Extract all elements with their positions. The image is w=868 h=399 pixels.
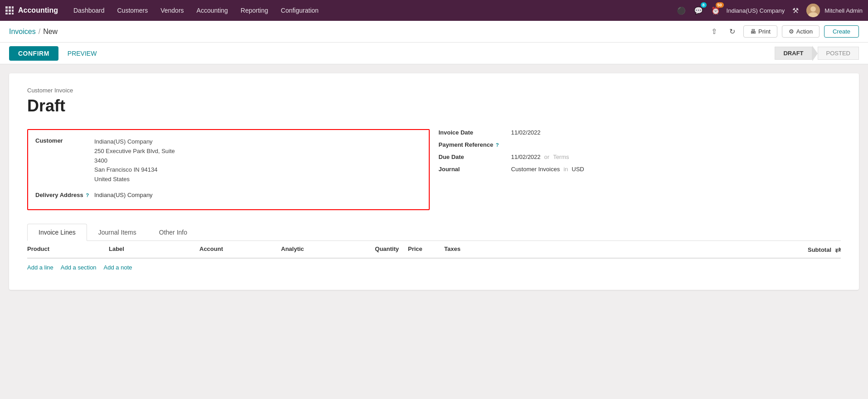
col-header-product: Product (27, 245, 109, 254)
due-date-row: Due Date 11/02/2022 or Terms (439, 154, 841, 160)
customer-address1: 250 Executive Park Blvd, Suite (94, 147, 175, 156)
svg-rect-1 (9, 6, 11, 9)
customer-label: Customer (35, 137, 94, 184)
status-pipeline: DRAFT POSTED (775, 46, 859, 61)
breadcrumb-parent[interactable]: Invoices (9, 28, 36, 36)
due-date-value[interactable]: 11/02/2022 (511, 154, 541, 160)
invoice-date-row: Invoice Date 11/02/2022 (439, 129, 841, 136)
clock-icon[interactable]: ⏰ 50 (709, 4, 722, 17)
customer-box: Customer Indiana(US) Company 250 Executi… (27, 129, 430, 210)
invoice-date-value[interactable]: 11/02/2022 (511, 129, 541, 136)
tabs: Invoice Lines Journal Items Other Info (27, 224, 841, 241)
settings-icon[interactable]: ⚒ (789, 4, 802, 17)
add-actions: Add a line Add a section Add a note (27, 259, 841, 276)
gear-icon: ⚙ (789, 28, 794, 35)
svg-rect-2 (12, 6, 14, 9)
refresh-icon[interactable]: ↻ (725, 25, 739, 38)
invoice-type-label: Customer Invoice (27, 87, 841, 94)
svg-rect-0 (5, 6, 8, 9)
main-content: Customer Invoice Draft Customer Indiana(… (0, 64, 868, 399)
svg-rect-3 (5, 10, 8, 12)
app-name: Accounting (18, 6, 58, 14)
payment-ref-help-icon[interactable]: ? (496, 142, 499, 148)
col-header-analytic: Analytic (281, 245, 354, 254)
invoice-date-label: Invoice Date (439, 129, 511, 136)
tab-journal-items[interactable]: Journal Items (87, 224, 148, 241)
col-header-account: Account (199, 245, 281, 254)
confirm-button[interactable]: CONFIRM (9, 46, 58, 61)
journal-currency[interactable]: USD (572, 166, 584, 173)
support-icon[interactable]: ⚫ (675, 4, 688, 17)
due-date-label: Due Date (439, 154, 511, 160)
journal-label: Journal (439, 166, 511, 173)
svg-rect-4 (9, 10, 11, 12)
col-header-price: Price (408, 245, 444, 254)
add-note-link[interactable]: Add a note (104, 264, 132, 271)
svg-rect-5 (12, 10, 14, 12)
action-button[interactable]: ⚙ Action (782, 25, 820, 38)
adjust-icon[interactable]: ⇄ (835, 245, 841, 254)
customer-address2: 3400 (94, 156, 175, 166)
grid-icon[interactable] (5, 6, 14, 14)
add-section-link[interactable]: Add a section (61, 264, 97, 271)
breadcrumb: Invoices / New (9, 28, 58, 36)
upload-icon[interactable]: ⇧ (707, 25, 721, 38)
or-text: or (544, 154, 550, 160)
customer-field-row: Customer Indiana(US) Company 250 Executi… (35, 137, 422, 184)
nav-dashboard[interactable]: Dashboard (67, 0, 111, 21)
customer-section: Customer Indiana(US) Company 250 Executi… (27, 129, 430, 210)
user-name: Mitchell Admin (824, 7, 863, 14)
breadcrumb-current: New (43, 28, 58, 36)
nav-customers[interactable]: Customers (111, 0, 155, 21)
breadcrumb-actions: ⇧ ↻ 🖶 Print ⚙ Action Create (707, 25, 859, 38)
col-header-label: Label (109, 245, 199, 254)
right-section: Invoice Date 11/02/2022 Payment Referenc… (439, 129, 841, 210)
printer-icon: 🖶 (750, 28, 756, 35)
invoice-status: Draft (27, 96, 841, 115)
journal-value[interactable]: Customer Invoices (511, 166, 560, 173)
top-navigation: Accounting Dashboard Customers Vendors A… (0, 0, 868, 21)
add-line-link[interactable]: Add a line (27, 264, 53, 271)
col-header-quantity: Quantity (354, 245, 408, 254)
nav-configuration[interactable]: Configuration (275, 0, 325, 21)
col-header-taxes: Taxes (444, 245, 490, 254)
pipeline-draft[interactable]: DRAFT (775, 47, 812, 60)
in-text: in (563, 166, 568, 173)
svg-rect-8 (12, 13, 14, 14)
delivery-address-value[interactable]: Indiana(US) Company (94, 192, 153, 198)
nav-reporting[interactable]: Reporting (234, 0, 275, 21)
tab-invoice-lines[interactable]: Invoice Lines (27, 224, 87, 241)
nav-items: Dashboard Customers Vendors Accounting R… (67, 0, 675, 21)
nav-right: ⚫ 💬 8 ⏰ 50 Indiana(US) Company ⚒ Mitchel… (675, 4, 863, 17)
invoice-card: Customer Invoice Draft Customer Indiana(… (9, 73, 859, 290)
breadcrumb-separator: / (39, 28, 40, 36)
terms-placeholder[interactable]: Terms (553, 154, 569, 160)
col-header-subtotal: Subtotal ⇄ (490, 245, 841, 254)
print-button[interactable]: 🖶 Print (743, 25, 777, 38)
nav-vendors[interactable]: Vendors (154, 0, 190, 21)
pipeline-posted[interactable]: POSTED (818, 47, 859, 60)
status-bar-left: CONFIRM PREVIEW (9, 46, 101, 61)
customer-address4: United States (94, 175, 175, 184)
delivery-help-icon[interactable]: ? (86, 192, 89, 198)
customer-value[interactable]: Indiana(US) Company 250 Executive Park B… (94, 137, 175, 184)
svg-point-10 (810, 6, 816, 12)
breadcrumb-bar: Invoices / New ⇧ ↻ 🖶 Print ⚙ Action Crea… (0, 21, 868, 43)
avatar[interactable] (806, 4, 820, 17)
form-grid: Customer Indiana(US) Company 250 Executi… (27, 129, 841, 210)
status-bar: CONFIRM PREVIEW DRAFT POSTED (0, 43, 868, 64)
invoice-table: Product Label Account Analytic Quantity … (27, 241, 841, 276)
customer-address3: San Francisco IN 94134 (94, 165, 175, 175)
svg-rect-7 (9, 13, 11, 14)
create-button[interactable]: Create (824, 25, 859, 38)
tab-other-info[interactable]: Other Info (148, 224, 199, 241)
journal-row: Journal Customer Invoices in USD (439, 166, 841, 173)
chat-icon[interactable]: 💬 8 (692, 4, 705, 17)
nav-accounting[interactable]: Accounting (190, 0, 234, 21)
customer-name: Indiana(US) Company (94, 137, 175, 147)
delivery-address-row: Delivery Address ? Indiana(US) Company (35, 192, 422, 198)
preview-button[interactable]: PREVIEW (63, 46, 102, 61)
company-name: Indiana(US) Company (727, 7, 785, 14)
chat-badge: 8 (701, 2, 707, 8)
clock-badge: 50 (716, 2, 724, 8)
